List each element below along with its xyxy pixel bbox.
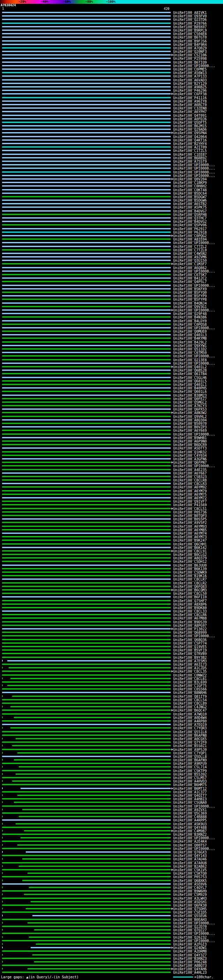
alignment-bar[interactable] [2,232,171,233]
hit-label[interactable]: UniRef100_UPI0000... [173,805,215,808]
hit-label[interactable]: UniRef100_A3LWH3 [173,897,207,900]
alignment-bar[interactable] [2,699,171,700]
hit-label[interactable]: UniRef100_B5DGW7 [173,196,207,199]
hit-label[interactable]: UniRef100_Q6CHH1 [173,542,207,546]
hit-label[interactable]: UniRef100_C4QYL7 [173,886,207,889]
hit-label[interactable]: UniRef100_B0CLG2 [173,553,207,556]
hit-label[interactable]: UniRef100_C7TZL0 [173,248,207,252]
alignment-bar[interactable] [2,246,171,247]
alignment-bar[interactable] [2,93,171,95]
alignment-bar[interactable] [21,837,171,838]
hit-label[interactable]: UniRef100_Q68999 [173,631,207,634]
hit-label[interactable]: UniRef100_C8CL89 [173,702,207,705]
alignment-bar[interactable] [2,30,171,31]
hit-label[interactable]: UniRef100_A6YM74 [173,532,207,535]
alignment-bar[interactable] [2,146,171,148]
alignment-bar[interactable] [2,281,171,282]
alignment-bar[interactable] [2,547,171,548]
hit-label[interactable]: UniRef100_Q00TS7 [173,844,207,847]
hit-label[interactable]: UniRef100_UPI0000... [173,932,215,935]
alignment-bar[interactable] [2,306,171,307]
alignment-bar[interactable] [2,352,171,353]
hit-label[interactable]: UniRef100_C8CL33 [173,610,207,613]
alignment-bar[interactable] [2,625,171,626]
hit-label[interactable]: UniRef100_C0PQS8 [173,323,207,326]
alignment-bar[interactable] [18,845,171,846]
alignment-bar[interactable] [2,395,171,396]
alignment-bar[interactable] [2,288,171,290]
hit-label[interactable]: UniRef100_C8CLR2 [173,582,207,585]
alignment-bar[interactable] [2,217,171,219]
hit-label[interactable]: UniRef100_C5K1V5 [173,869,207,872]
hit-label[interactable]: UniRef100_Q95PN4 [173,131,207,135]
hit-label[interactable]: UniRef100_A4H8I3 [173,797,207,800]
hit-label[interactable]: UniRef100_P13022 [173,627,207,631]
alignment-bar[interactable] [2,958,171,959]
alignment-bar[interactable] [2,950,171,952]
alignment-bar[interactable] [2,483,171,484]
alignment-bar[interactable] [2,26,171,27]
hit-label[interactable]: UniRef100_A8X8P6 [173,603,207,606]
alignment-bar[interactable] [27,873,171,874]
hit-label[interactable]: UniRef100_UPI0000... [173,921,215,925]
alignment-bar[interactable] [2,518,171,520]
alignment-bar[interactable] [2,940,171,942]
alignment-bar[interactable] [2,458,171,460]
alignment-bar[interactable] [16,823,171,825]
alignment-bar[interactable] [2,317,171,318]
hit-label[interactable]: UniRef100_Q9XYW1 [173,344,207,347]
alignment-bar[interactable] [2,933,171,934]
hit-label[interactable]: UniRef100_C5E1D5 [173,911,207,914]
alignment-bar[interactable] [2,90,171,91]
alignment-bar[interactable] [2,805,171,807]
alignment-bar[interactable] [2,550,171,552]
alignment-bar[interactable] [19,865,171,867]
hit-label[interactable]: UniRef100_B0VZP3 [173,425,207,429]
alignment-bar[interactable] [34,929,171,931]
hit-label[interactable]: UniRef100_A4E235 [173,468,207,471]
hit-label[interactable]: UniRef100_A6YM73 [173,535,207,538]
hit-label[interactable]: UniRef100_C7YQR3 [173,727,207,730]
alignment-bar[interactable] [2,593,171,594]
alignment-bar[interactable] [2,539,171,541]
alignment-bar[interactable] [30,901,171,902]
hit-label[interactable]: UniRef100_Q5RFH8 [173,213,207,216]
hit-label[interactable]: UniRef100_A8N3W2 [173,411,207,414]
hit-label[interactable]: UniRef100_P05736 [173,511,207,514]
hit-label[interactable]: UniRef100_Q401L2 [173,365,207,369]
hit-label[interactable]: UniRef100_A0CQX5 [173,737,207,740]
alignment-bar[interactable] [2,384,171,385]
alignment-bar[interactable] [7,660,171,662]
alignment-bar[interactable] [2,263,171,264]
hit-label[interactable]: UniRef100_A6YM92 [173,486,207,489]
alignment-bar[interactable] [2,596,171,598]
alignment-bar[interactable] [18,752,171,754]
hit-label[interactable]: UniRef100_B0S5P5 [173,518,207,521]
alignment-bar[interactable] [2,841,171,842]
hit-label[interactable]: UniRef100_B4N386 [173,316,207,319]
hit-label[interactable]: UniRef100_A5E0V6 [173,883,207,886]
hit-label[interactable]: UniRef100_B4KYM8 [173,337,207,340]
hit-label[interactable]: UniRef100_A7P133 [173,75,207,78]
hit-label[interactable]: UniRef100_A4RPP5 [173,819,207,822]
alignment-bar[interactable] [2,299,171,300]
alignment-bar[interactable] [2,405,171,406]
hit-label[interactable]: UniRef100_UPI0000... [173,326,215,329]
alignment-bar[interactable] [2,848,171,849]
hit-label[interactable]: UniRef100_Q20NF3 [173,50,207,53]
hit-label[interactable]: UniRef100_P46296 [173,89,207,92]
hit-label[interactable]: UniRef100_UPI0000... [173,355,215,358]
hit-label[interactable]: UniRef100_Q9VHL2 [173,415,207,418]
alignment-bar[interactable] [2,224,171,226]
hit-label[interactable]: UniRef100_Q4T091 [173,114,207,117]
hit-label[interactable]: UniRef100_A8PG97 [173,624,207,627]
hit-label[interactable]: UniRef100_A8Q379 [173,557,207,560]
alignment-bar[interactable] [2,430,171,431]
hit-label[interactable]: UniRef100_B3RNZ3 [173,957,207,960]
hit-label[interactable]: UniRef100_B6AFN8 [173,734,207,737]
hit-label[interactable]: UniRef100_UPI0000... [173,362,215,365]
alignment-bar[interactable] [2,798,171,800]
hit-label[interactable]: UniRef100_Q5DLL8 [173,755,207,758]
hit-label[interactable]: UniRef100_Q401L3 [173,333,207,337]
hit-label[interactable]: UniRef100_C8CL91 [173,550,207,553]
